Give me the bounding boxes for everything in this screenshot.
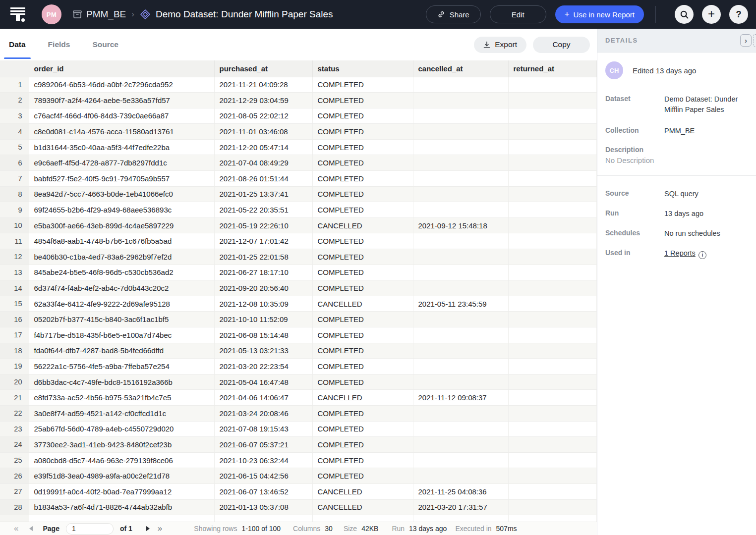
row-number[interactable]: 15 — [0, 296, 29, 312]
cell-cancelled_at[interactable]: 2021-09-12 15:48:18 — [413, 217, 508, 233]
cell-returned_at[interactable] — [508, 249, 596, 265]
cell-purchased_at[interactable]: 2021-06-07 05:37:21 — [214, 437, 312, 453]
share-button[interactable]: Share — [426, 5, 481, 23]
cell-status[interactable]: CANCELLED — [312, 390, 413, 406]
column-header-status[interactable]: status — [312, 60, 413, 77]
cell-cancelled_at[interactable]: 2021-05-11 23:45:59 — [413, 296, 508, 312]
cell-status[interactable]: COMPLETED — [312, 437, 413, 453]
cell-status[interactable]: COMPLETED — [312, 202, 413, 218]
cell-status[interactable]: COMPLETED — [312, 468, 413, 484]
row-number[interactable]: 7 — [0, 171, 29, 187]
cell-purchased_at[interactable]: 2021-06-27 18:17:10 — [214, 265, 312, 280]
cell-purchased_at[interactable]: 2021-06-08 15:14:48 — [214, 327, 312, 343]
cell-status[interactable]: COMPLETED — [312, 312, 413, 327]
next-page-icon[interactable] — [146, 526, 150, 531]
cell-order_id[interactable]: e9c6aeff-4f5d-4728-a877-7db8297fdd1c — [29, 155, 214, 171]
cell-status[interactable]: COMPLETED — [312, 93, 413, 108]
row-number[interactable]: 22 — [0, 405, 29, 421]
cell-status[interactable]: CANCELLED — [312, 296, 413, 312]
row-number[interactable]: 14 — [0, 280, 29, 296]
cell-purchased_at[interactable]: 2021-08-26 01:51:44 — [214, 171, 312, 187]
copy-button[interactable]: Copy — [533, 37, 590, 53]
cell-purchased_at[interactable]: 2021-04-06 14:06:47 — [214, 390, 312, 406]
page-number-input[interactable] — [66, 523, 114, 535]
row-number[interactable]: 8 — [0, 186, 29, 202]
cell-order_id[interactable]: 4854f6a8-aab1-4748-b7b6-1c676fb5a5ad — [29, 233, 214, 249]
cell-returned_at[interactable] — [508, 202, 596, 218]
cell-returned_at[interactable] — [508, 124, 596, 140]
row-number[interactable]: 27 — [0, 483, 29, 499]
column-header-cancelled_at[interactable]: cancelled_at — [413, 60, 508, 77]
cell-cancelled_at[interactable] — [413, 77, 508, 93]
row-number[interactable]: 20 — [0, 374, 29, 390]
row-number[interactable]: 11 — [0, 233, 29, 249]
cell-status[interactable]: CANCELLED — [312, 217, 413, 233]
cell-purchased_at[interactable]: 2021-06-07 13:46:52 — [214, 483, 312, 499]
cell-order_id[interactable]: 8ea942d7-5cc7-4663-b0de-1eb41066efc0 — [29, 186, 214, 202]
cell-order_id[interactable]: fda0f644-dfb7-4287-bad8-5b4fed66dffd — [29, 343, 214, 359]
cell-cancelled_at[interactable]: 2021-11-25 04:08:36 — [413, 483, 508, 499]
row-number[interactable]: 17 — [0, 327, 29, 343]
cell-cancelled_at[interactable] — [413, 343, 508, 359]
cell-status[interactable]: COMPLETED — [312, 405, 413, 421]
row-number[interactable]: 6 — [0, 155, 29, 171]
row-number[interactable]: 1 — [0, 77, 29, 93]
cell-returned_at[interactable] — [508, 421, 596, 437]
cell-order_id[interactable]: 6d374f74-f4ab-4ef2-ab4c-7d0b443c20c2 — [29, 280, 214, 296]
cell-cancelled_at[interactable] — [413, 108, 508, 124]
row-number[interactable]: 18 — [0, 343, 29, 359]
cell-purchased_at[interactable]: 2021-11-21 04:09:28 — [214, 77, 312, 93]
cell-cancelled_at[interactable] — [413, 186, 508, 202]
editor-avatar[interactable]: CH — [605, 61, 623, 79]
prev-page-icon[interactable] — [29, 526, 33, 531]
create-new-button[interactable]: + — [702, 5, 721, 24]
cell-purchased_at[interactable]: 2021-03-24 20:08:46 — [214, 405, 312, 421]
cell-order_id[interactable]: 25ab67fd-56d0-4789-a4eb-c4550729d020 — [29, 421, 214, 437]
cell-cancelled_at[interactable] — [413, 405, 508, 421]
cell-cancelled_at[interactable] — [413, 171, 508, 187]
cell-status[interactable]: COMPLETED — [312, 327, 413, 343]
row-number[interactable]: 5 — [0, 139, 29, 155]
cell-purchased_at[interactable]: 2021-05-19 22:26:10 — [214, 217, 312, 233]
column-header-order_id[interactable]: order_id — [29, 60, 214, 77]
cell-purchased_at[interactable]: 2021-01-25 22:01:58 — [214, 249, 312, 265]
cell-status[interactable]: COMPLETED — [312, 265, 413, 280]
cell-purchased_at[interactable]: 2021-07-04 08:49:29 — [214, 155, 312, 171]
cell-cancelled_at[interactable] — [413, 202, 508, 218]
cell-returned_at[interactable] — [508, 437, 596, 453]
row-number[interactable]: 26 — [0, 468, 29, 484]
cell-status[interactable]: COMPLETED — [312, 77, 413, 93]
collection-link[interactable]: PMM_BE — [664, 127, 695, 135]
cell-status[interactable]: COMPLETED — [312, 280, 413, 296]
cell-status[interactable]: COMPLETED — [312, 171, 413, 187]
cell-order_id[interactable]: 69f24655-b2b6-4f29-a949-68aee536893c — [29, 202, 214, 218]
cell-order_id[interactable]: 0d19991f-a0c4-40f2-b0ad-7ea77999aa12 — [29, 483, 214, 499]
cell-cancelled_at[interactable] — [413, 421, 508, 437]
cell-returned_at[interactable] — [508, 77, 596, 93]
cell-status[interactable]: COMPLETED — [312, 186, 413, 202]
cell-order_id[interactable]: c8e0d081-c14a-4576-acca-11580ad13761 — [29, 124, 214, 140]
workspace-avatar[interactable]: PM — [42, 4, 61, 24]
row-number[interactable]: 28 — [0, 499, 29, 515]
cell-status[interactable]: COMPLETED — [312, 155, 413, 171]
cell-status[interactable]: COMPLETED — [312, 124, 413, 140]
row-number[interactable]: 13 — [0, 265, 29, 280]
cell-returned_at[interactable] — [508, 374, 596, 390]
cell-order_id[interactable]: e5ba300f-ae66-43eb-899d-4c4ae5897229 — [29, 217, 214, 233]
cell-order_id[interactable]: 789390f7-a2f4-4264-aebe-5e336a57fd57 — [29, 93, 214, 108]
cell-purchased_at[interactable]: 2021-01-25 13:37:41 — [214, 186, 312, 202]
cell-returned_at[interactable] — [508, 327, 596, 343]
cell-cancelled_at[interactable] — [413, 374, 508, 390]
cell-cancelled_at[interactable] — [413, 233, 508, 249]
last-page-icon[interactable]: » — [158, 524, 162, 534]
cell-returned_at[interactable] — [508, 186, 596, 202]
row-number[interactable]: 23 — [0, 421, 29, 437]
cell-returned_at[interactable] — [508, 499, 596, 515]
cell-cancelled_at[interactable] — [413, 155, 508, 171]
cell-returned_at[interactable] — [508, 452, 596, 468]
cell-cancelled_at[interactable] — [413, 312, 508, 327]
used-in-reports-link[interactable]: 1 Reports — [664, 249, 696, 257]
cell-cancelled_at[interactable] — [413, 124, 508, 140]
edit-button[interactable]: Edit — [490, 5, 546, 23]
tab-source[interactable]: Source — [92, 29, 118, 60]
